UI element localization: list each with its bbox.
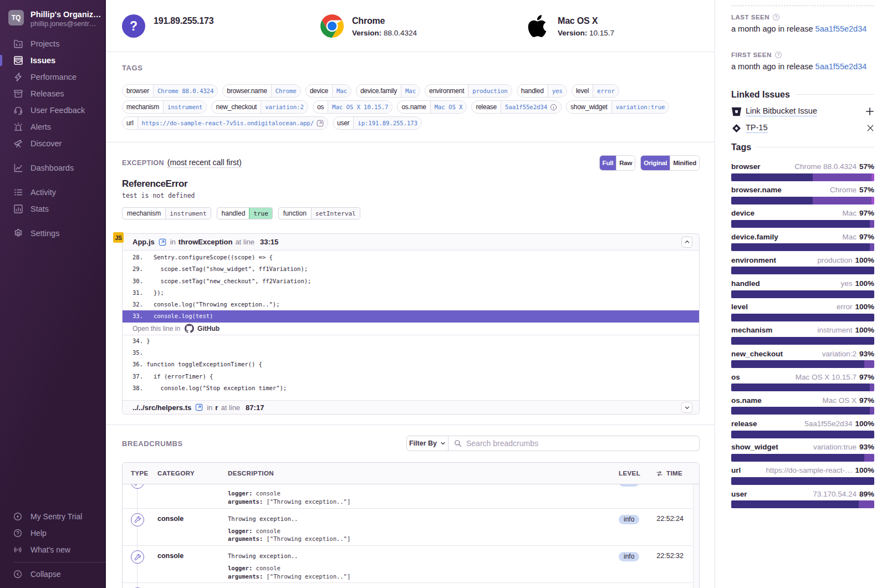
tag-pill[interactable]: os Mac OS X 10.15.7 [313,100,393,114]
tag-pill[interactable]: environment production [425,84,512,98]
tag-distribution-item[interactable]: release 5aa1f55e2d34100% [731,420,874,438]
linked-issues-heading: Linked Issues [731,89,874,100]
org-switcher[interactable]: TQ Phillip's Organiz… phillip.jones@sent… [0,0,106,28]
breadcrumb-row[interactable] [123,583,699,588]
performance-icon [13,72,23,82]
frame-header[interactable]: App.js in throwException at line 33:15 [123,234,699,250]
sidebar-item-projects[interactable]: Projects [0,35,106,52]
tag-pill[interactable]: browser Chrome 88.0.4324 [122,84,218,98]
tag-pill[interactable]: device.family Mac [356,84,420,98]
tag-distribution-item[interactable]: environment production100% [731,257,874,274]
sidebar-item-settings[interactable]: Settings [0,225,106,242]
sidebar-item-label: Projects [30,39,59,48]
question-circle-icon[interactable] [772,13,780,21]
org-avatar: TQ [8,10,24,25]
raw-button[interactable]: Raw [616,156,635,170]
search-input[interactable] [466,439,694,448]
frame-footer[interactable]: ../../src/helpers.ts in r at line 87:17 [123,400,699,414]
external-link-icon[interactable] [159,238,166,246]
tag-pill[interactable]: os.name Mac OS X [397,100,467,114]
tag-distribution-item[interactable]: os Mac OS X 10.15.797% [731,374,874,391]
tag-distribution-item[interactable]: show_widget variation:true93% [731,443,874,461]
release-link[interactable]: 5aa1f55e2d34 [815,62,867,71]
discover-icon [13,139,23,149]
code-line: 37. if (errorTimer) { [123,371,699,382]
tag-pill[interactable]: device Mac [305,84,351,98]
tag-distribution-item[interactable]: url https://do-sample-react-…100% [731,467,874,484]
breadcrumbs-table: TYPE CATEGORY DESCRIPTION LEVEL TIME con… [122,462,700,588]
tag-pill[interactable]: url https://do-sample-react-7v5is.ondigi… [122,116,328,130]
linked-issue-link[interactable]: TP-15 [746,123,768,133]
sidebar-item-trial[interactable]: My Sentry Trial [0,508,106,525]
external-link-icon[interactable] [195,403,203,411]
tag-pill[interactable]: user ip:191.89.255.173 [333,116,422,130]
tag-distribution-item[interactable]: browser Chrome 88.0.432457% [731,163,874,181]
tag-distribution-item[interactable]: mechanism instrument100% [731,326,874,344]
full-button[interactable]: Full [600,156,616,170]
tag-pill[interactable]: browser.name Chrome [222,84,300,98]
sidebar-item-help[interactable]: Help [0,525,106,541]
sidebar-item-user-feedback[interactable]: User Feedback [0,102,106,119]
sidebar-divider [13,562,106,563]
original-button[interactable]: Original [641,156,670,170]
tag-pill[interactable]: release 5aa1f55e2d34 [471,100,562,114]
breadcrumbs-table-header: TYPE CATEGORY DESCRIPTION LEVEL TIME [123,463,699,484]
tag-pill[interactable]: show_widget variation:true [566,100,669,114]
close-icon[interactable] [866,124,874,132]
tag-distribution-item[interactable]: device.family Mac97% [731,233,874,251]
tag-distribution-item[interactable]: new_checkout variation:293% [731,350,874,368]
search-icon [454,439,462,447]
sidebar-item-stats[interactable]: Stats [0,201,106,217]
sidebar-item-whats-new[interactable]: What's new [0,541,106,558]
time-sort-header[interactable]: TIME [656,470,699,477]
breadcrumb-meta: logger: consolearguments: ["Throwing exc… [228,489,619,505]
context-os: Mac OS X Version: 10.15.7 [526,14,614,52]
tag-pill[interactable]: handled yes [517,84,567,98]
tags-heading: Tags [731,142,874,152]
sidebar-item-discover[interactable]: Discover [0,135,106,152]
collapse-icon [13,570,22,579]
sidebar-item-issues[interactable]: Issues [0,52,106,69]
broadcast-icon [13,545,22,554]
code-line: 28. Sentry.configureScope((scope) => { [123,252,699,263]
sidebar-item-alerts[interactable]: Alerts [0,119,106,135]
breadcrumbs-scrollbar[interactable] [693,471,699,588]
stats-icon [13,204,23,214]
sidebar-item-dashboards[interactable]: Dashboards [0,160,106,176]
minified-button[interactable]: Minified [670,156,699,170]
release-link[interactable]: 5aa1f55e2d34 [815,24,867,33]
tag-distribution-item[interactable]: browser.name Chrome57% [731,186,874,204]
tag-distribution-item[interactable]: level error100% [731,303,874,321]
tags-section: TAGS browser Chrome 88.0.4324 browser.na… [106,52,715,142]
sidebar-item-label: Dashboards [30,163,74,172]
breadcrumbs-search[interactable] [448,436,700,451]
tag-distribution-item[interactable]: handled yes100% [731,280,874,298]
plus-icon[interactable] [865,107,874,116]
filter-by-button[interactable]: Filter By [406,436,448,451]
tag-distribution-item[interactable]: os.name Mac OS X97% [731,397,874,415]
open-in-github-link[interactable]: GitHub [197,325,220,333]
sidebar-item-label: Alerts [30,122,51,131]
expand-frame-button[interactable] [681,402,692,413]
breadcrumb-row[interactable]: console Throwing exception.. logger: con… [123,509,699,546]
external-link-icon [317,120,324,127]
sidebar-collapse-button[interactable]: Collapse [0,566,106,582]
sidebar-item-performance[interactable]: Performance [0,69,106,85]
sidebar-item-label: Settings [30,229,59,238]
tag-distribution-item[interactable]: user 73.170.54.2489% [731,490,874,508]
tag-pill[interactable]: level error [572,84,619,98]
sidebar-item-releases[interactable]: Releases [0,85,106,102]
tag-pill[interactable]: new_checkout variation:2 [211,100,308,114]
tag-distribution-bar [731,407,874,415]
collapse-frame-button[interactable] [681,237,692,248]
question-circle-icon[interactable] [774,51,782,59]
sidebar-item-label: Issues [30,56,55,65]
sidebar-item-activity[interactable]: Activity [0,184,106,201]
activity-icon [13,187,23,197]
tag-pill[interactable]: mechanism instrument [122,100,207,114]
breadcrumb-row[interactable]: console Throwing exception.. logger: con… [123,546,699,583]
link-bitbucket-link[interactable]: Link Bitbucket Issue [746,106,817,116]
tag-distribution-bar [731,197,874,204]
tag-distribution-bar [731,267,874,274]
tag-distribution-item[interactable]: device Mac97% [731,209,874,227]
